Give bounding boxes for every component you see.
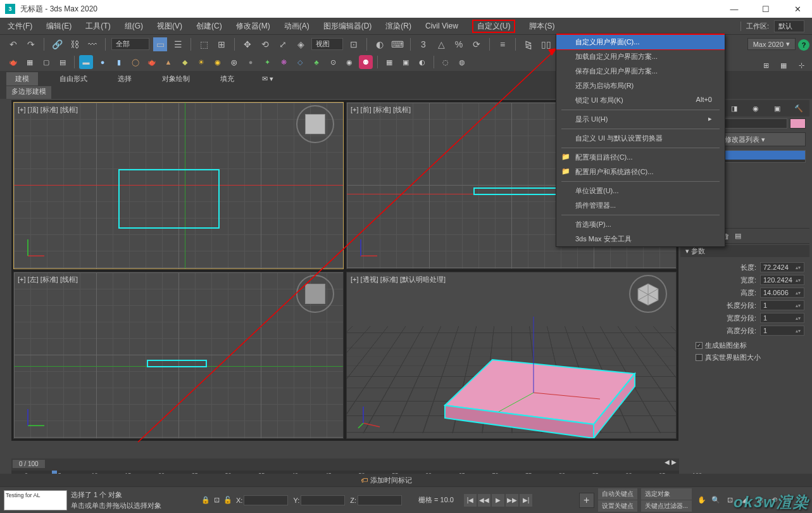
- systems-icon[interactable]: ⊙: [326, 55, 340, 69]
- menu-modifiers[interactable]: 修改器(M): [236, 21, 270, 32]
- menu-customize[interactable]: 自定义(U): [472, 20, 516, 33]
- subribbon-polymodeling[interactable]: 多边形建模: [6, 86, 51, 99]
- param-spinner[interactable]: 120.2424▴▾: [760, 275, 804, 285]
- param-spinner[interactable]: 1▴▾: [760, 326, 804, 336]
- autokey-button[interactable]: 自动关键点: [598, 488, 637, 500]
- workspace-dropdown[interactable]: 默认: [774, 20, 804, 32]
- zoom-icon[interactable]: 🔍: [709, 494, 722, 507]
- unlink-icon[interactable]: ⛓: [68, 37, 82, 51]
- prim-geo-icon[interactable]: ◆: [178, 55, 192, 69]
- dropdown-item[interactable]: 保存自定义用户界面方案...: [556, 64, 725, 79]
- viewcube-top[interactable]: [300, 109, 330, 139]
- ribbon-tab-selection[interactable]: 选择: [109, 72, 141, 86]
- menu-edit[interactable]: 编辑(E): [46, 21, 72, 32]
- viewport-front-label[interactable]: [+] [前] [标准] [线框]: [351, 105, 411, 115]
- setkey-button[interactable]: 设置关键点: [598, 500, 637, 512]
- prim-cone-icon[interactable]: ▲: [161, 55, 175, 69]
- coord-x-input[interactable]: [244, 495, 288, 505]
- dropdown-item[interactable]: 显示 UI(H)▸: [556, 112, 725, 127]
- keyboard-icon[interactable]: ⌨: [390, 37, 404, 51]
- cp-tab-motion[interactable]: ◉: [745, 100, 766, 117]
- ref-coord-dropdown[interactable]: 视图: [311, 38, 343, 50]
- mirror-icon[interactable]: ⧎: [522, 37, 535, 51]
- realworld-map-checkbox[interactable]: [696, 354, 703, 361]
- material-ed-icon[interactable]: ◐: [415, 55, 429, 69]
- viewport-persp-label[interactable]: [+] [透视] [标准] [默认明暗处理]: [351, 275, 446, 284]
- prim-cylinder-icon[interactable]: ▮: [112, 55, 126, 69]
- redo-icon[interactable]: ↷: [24, 37, 38, 51]
- tag-icon-icon[interactable]: 🏷: [361, 476, 368, 484]
- grid1-icon[interactable]: ⊞: [759, 58, 773, 72]
- maximize-button[interactable]: ☐: [756, 4, 775, 14]
- light-spot-icon[interactable]: ◉: [211, 55, 225, 69]
- menu-views[interactable]: 视图(V): [157, 21, 182, 32]
- dropdown-item[interactable]: 📁配置项目路径(C)...: [556, 150, 725, 165]
- viewcube-persp[interactable]: [633, 279, 663, 309]
- dropdown-item[interactable]: 插件管理器...: [556, 198, 725, 213]
- prim-torus-icon[interactable]: ◯: [128, 55, 142, 69]
- ribbon-tab-modeling[interactable]: 建模: [6, 72, 38, 86]
- render-setup-icon[interactable]: ▦: [382, 55, 396, 69]
- ribbon-tab-objectpaint[interactable]: 对象绘制: [153, 72, 199, 86]
- dropdown-item[interactable]: 3ds Max 安全工具: [556, 232, 725, 246]
- menu-file[interactable]: 文件(F): [8, 21, 32, 32]
- placement-icon[interactable]: ◈: [294, 37, 308, 51]
- param-spinner[interactable]: 72.2424▴▾: [760, 262, 804, 272]
- dropdown-item[interactable]: 还原为启动布局(R): [556, 79, 725, 93]
- key-filters-button[interactable]: 关键点过滤器...: [641, 500, 692, 512]
- calendar-icon[interactable]: ▦: [23, 55, 37, 69]
- viewport-perspective[interactable]: [+] [透视] [标准] [默认明暗处理]: [346, 272, 677, 439]
- dropdown-item[interactable]: 自定义 UI 与默认设置切换器: [556, 131, 725, 146]
- cp-tab-display[interactable]: ▣: [766, 100, 788, 117]
- menu-scripting[interactable]: 脚本(S): [529, 21, 554, 32]
- cp-tab-utilities[interactable]: 🔨: [788, 100, 809, 117]
- maxscript-mini-listener[interactable]: Testing for AL: [4, 490, 67, 510]
- gen-map-coords-checkbox[interactable]: ✓: [696, 342, 703, 349]
- biped-icon[interactable]: ⚉: [359, 55, 373, 69]
- timeline-nav[interactable]: ◀ ▶: [665, 459, 677, 466]
- ribbon-tab-freeform[interactable]: 自由形式: [51, 72, 96, 86]
- lock-selection-icon[interactable]: 🔒: [201, 496, 210, 504]
- ribbon-mail-icon[interactable]: ✉ ▾: [262, 75, 273, 83]
- render-frame-icon[interactable]: ▣: [399, 55, 413, 69]
- menu-grapheditors[interactable]: 图形编辑器(D): [323, 21, 372, 32]
- prim-teapot-icon[interactable]: 🫖: [145, 55, 159, 69]
- ribbon-tab-populate[interactable]: 填充: [211, 72, 243, 86]
- helpers-icon[interactable]: ◇: [293, 55, 307, 69]
- dropdown-item[interactable]: 自定义用户界面(C)...: [556, 35, 725, 49]
- minimize-button[interactable]: —: [725, 4, 744, 14]
- named-sel-icon[interactable]: ≡: [496, 37, 509, 51]
- rotate-icon[interactable]: ⟲: [258, 37, 272, 51]
- snap-icon[interactable]: 3: [416, 37, 430, 51]
- align-icon[interactable]: ▯▯: [539, 37, 553, 51]
- menu-tools[interactable]: 工具(T): [85, 21, 110, 32]
- asset-icon[interactable]: ◍: [455, 55, 469, 69]
- scale-icon[interactable]: ⤢: [276, 37, 290, 51]
- help-icon[interactable]: ?: [798, 39, 809, 51]
- folder-icon[interactable]: ▤: [56, 55, 70, 69]
- window-crossing-icon[interactable]: ⊞: [215, 37, 228, 51]
- menu-create[interactable]: 创建(C): [196, 21, 222, 32]
- bind-icon[interactable]: 〰: [85, 37, 99, 51]
- light-direct-icon[interactable]: ◎: [227, 55, 241, 69]
- select-icon[interactable]: ▭: [153, 37, 167, 51]
- link-icon[interactable]: 🔗: [50, 37, 64, 51]
- undo-icon[interactable]: ↶: [6, 37, 20, 51]
- pan-icon[interactable]: ✋: [696, 494, 708, 507]
- viewport-left[interactable]: [+] [左] [标准] [线框]: [13, 272, 344, 439]
- axis-helper-icon[interactable]: ⊹: [794, 58, 808, 72]
- dropdown-item[interactable]: 首选项(P)...: [556, 217, 725, 232]
- pivot-icon[interactable]: ⊡: [347, 37, 361, 51]
- coord-y-input[interactable]: [301, 495, 345, 505]
- compound-icon[interactable]: ◉: [342, 55, 356, 69]
- goto-start-icon[interactable]: |◀: [464, 494, 477, 507]
- workspace-version-badge[interactable]: Max 2020 ▾: [747, 38, 796, 50]
- close-button[interactable]: ✕: [788, 4, 807, 14]
- angle-snap-icon[interactable]: △: [434, 37, 448, 51]
- viewcube-left[interactable]: [300, 279, 330, 309]
- menu-animation[interactable]: 动画(A): [284, 21, 309, 32]
- prim-box-icon[interactable]: ▬: [79, 55, 93, 69]
- perspective-box-object[interactable]: [385, 291, 651, 439]
- move-icon[interactable]: ✥: [240, 37, 254, 51]
- prev-frame-icon[interactable]: ◀◀: [478, 494, 490, 507]
